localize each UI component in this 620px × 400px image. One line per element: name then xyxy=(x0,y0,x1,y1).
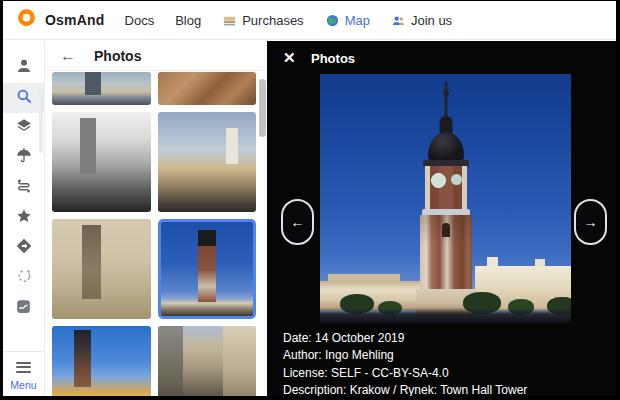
left-sidebar: Menu xyxy=(3,41,45,396)
osmand-pin-icon xyxy=(16,8,37,33)
photos-panel: ← Photos xyxy=(46,41,267,396)
menu-label: Menu xyxy=(10,379,36,391)
globe-icon xyxy=(325,13,340,28)
back-arrow-icon[interactable]: ← xyxy=(60,48,76,64)
sidebar-item-weather[interactable] xyxy=(3,143,44,173)
close-icon[interactable]: ✕ xyxy=(283,49,296,67)
photo-thumbnail-6-selected[interactable] xyxy=(158,219,257,319)
meta-description: Description: Krakow / Rynek: Town Hall T… xyxy=(283,382,527,396)
photo-thumbnail-4[interactable] xyxy=(158,112,257,212)
dotted-route-icon xyxy=(15,267,33,289)
tower-shaft xyxy=(420,215,472,293)
osmand-logo[interactable]: OsmAnd xyxy=(16,8,105,33)
nav-map[interactable]: Map xyxy=(325,13,370,28)
people-icon xyxy=(391,13,406,28)
route-squiggle-icon xyxy=(15,177,33,199)
nav-blog[interactable]: Blog xyxy=(175,13,201,28)
sidebar-item-account[interactable] xyxy=(3,53,44,83)
sidebar-item-travel-guides[interactable] xyxy=(3,293,44,323)
sidebar-item-tracks[interactable] xyxy=(3,173,44,203)
sidebar-items xyxy=(3,53,44,323)
photos-panel-header: ← Photos xyxy=(46,41,267,71)
search-icon xyxy=(15,87,33,109)
top-nav-links: Docs Blog Purchases xyxy=(125,13,453,28)
sidebar-item-search[interactable] xyxy=(3,83,44,113)
photos-panel-title: Photos xyxy=(94,48,141,64)
sidebar-scrollbar[interactable] xyxy=(39,89,43,153)
meta-author: Author: Ingo Mehling xyxy=(283,347,527,364)
left-arrow-icon: ← xyxy=(291,214,305,230)
star-icon xyxy=(15,207,33,229)
purchases-icon xyxy=(222,13,237,28)
viewer-title: Photos xyxy=(311,51,355,66)
tower-clock-section xyxy=(425,166,467,210)
crowd-silhouettes xyxy=(320,308,571,323)
osmand-web-app: OsmAnd Docs Blog Purchases xyxy=(3,1,616,396)
meta-date: Date: 14 October 2019 xyxy=(283,330,527,347)
meta-license: License: SELF - CC-BY-SA-4.0 xyxy=(283,365,527,382)
photo-viewer: ✕ Photos ← → D xyxy=(267,41,616,396)
photo-thumbnail-7[interactable] xyxy=(52,326,151,396)
screenshot-frame: OsmAnd Docs Blog Purchases xyxy=(0,0,620,400)
brand-name: OsmAnd xyxy=(45,12,105,28)
layers-icon xyxy=(15,117,33,139)
nav-docs[interactable]: Docs xyxy=(125,13,155,28)
nav-purchases[interactable]: Purchases xyxy=(222,13,303,28)
tower-orb xyxy=(443,90,449,96)
sidebar-item-favorites[interactable] xyxy=(3,203,44,233)
photo-thumbnail-3[interactable] xyxy=(52,112,151,212)
photo-thumbnail-8[interactable] xyxy=(158,326,257,396)
photo-thumbnail-1[interactable] xyxy=(52,72,151,105)
photo-thumbnail-2[interactable] xyxy=(158,72,257,105)
tower-spire xyxy=(444,82,447,118)
nav-join-us[interactable]: Join us xyxy=(391,13,452,28)
top-navigation-bar: OsmAnd Docs Blog Purchases xyxy=(3,1,616,40)
person-icon xyxy=(15,57,33,79)
photo-metadata: Date: 14 October 2019 Author: Ingo Mehli… xyxy=(283,330,527,396)
previous-photo-button[interactable]: ← xyxy=(281,199,314,245)
photo-large-town-hall-tower xyxy=(320,74,571,323)
right-arrow-icon: → xyxy=(584,214,598,230)
next-photo-button[interactable]: → xyxy=(574,199,607,245)
photo-thumbnail-5[interactable] xyxy=(52,219,151,319)
photo-grid xyxy=(52,72,256,396)
hamburger-icon xyxy=(16,359,31,375)
sidebar-item-navigation[interactable] xyxy=(3,233,44,263)
sidebar-menu-button[interactable]: Menu xyxy=(3,351,44,391)
photos-scrollbar[interactable] xyxy=(259,79,266,137)
directions-diamond-icon xyxy=(15,237,33,259)
tower-dome xyxy=(428,132,464,162)
sidebar-item-map-layers[interactable] xyxy=(3,113,44,143)
travel-badge-icon xyxy=(15,298,32,319)
sidebar-item-plan-route[interactable] xyxy=(3,263,44,293)
umbrella-icon xyxy=(15,147,33,169)
